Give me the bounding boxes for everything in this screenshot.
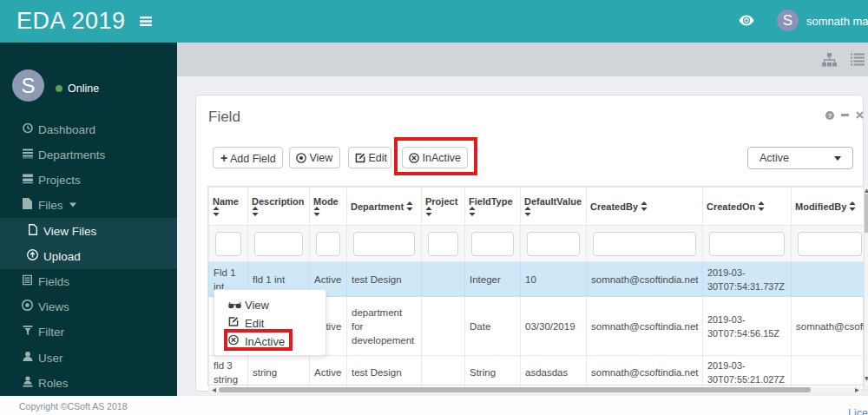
svg-text:?: ? bbox=[828, 112, 832, 120]
